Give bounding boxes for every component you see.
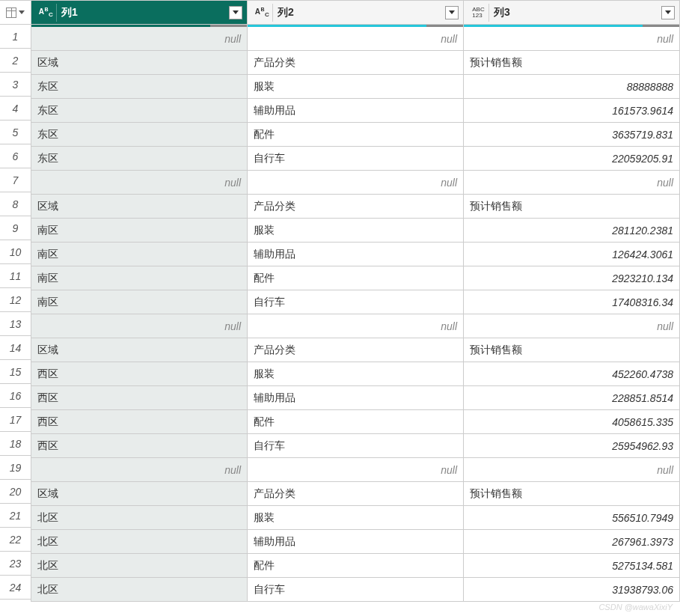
select-all-corner[interactable] bbox=[0, 1, 31, 25]
cell[interactable]: 东区 bbox=[31, 147, 247, 171]
row-number[interactable]: 13 bbox=[0, 312, 31, 336]
cell[interactable]: 南区 bbox=[31, 290, 247, 314]
row-number[interactable]: 14 bbox=[0, 336, 31, 360]
row-number[interactable]: 1 bbox=[0, 25, 31, 49]
cell[interactable]: 辅助用品 bbox=[248, 243, 463, 266]
row-number[interactable]: 9 bbox=[0, 216, 31, 240]
cell[interactable]: 17408316.34 bbox=[464, 290, 679, 314]
cell[interactable]: 东区 bbox=[31, 99, 247, 123]
cell[interactable]: 281120.2381 bbox=[464, 219, 679, 243]
row-number[interactable]: 18 bbox=[0, 432, 31, 456]
cell[interactable]: null bbox=[464, 27, 679, 51]
cell[interactable]: 产品分类 bbox=[248, 195, 463, 219]
cell[interactable]: 2923210.134 bbox=[464, 266, 679, 290]
cell[interactable]: 辅助用品 bbox=[248, 386, 463, 410]
column-filter-button[interactable] bbox=[445, 6, 459, 19]
cell[interactable]: 产品分类 bbox=[248, 338, 463, 362]
cell[interactable]: 配件 bbox=[248, 554, 463, 578]
cell[interactable]: 区域 bbox=[31, 195, 247, 219]
cell[interactable]: null bbox=[31, 27, 247, 51]
column-header[interactable]: ABC列1 bbox=[31, 1, 247, 25]
cell[interactable]: 西区 bbox=[31, 410, 247, 434]
column-filter-button[interactable] bbox=[661, 6, 675, 19]
type-picker[interactable]: ABC bbox=[36, 4, 57, 22]
cell[interactable]: 预计销售额 bbox=[464, 482, 679, 506]
cell[interactable]: null bbox=[248, 171, 463, 195]
row-number[interactable]: 22 bbox=[0, 528, 31, 552]
cell[interactable]: null bbox=[464, 171, 679, 195]
cell[interactable]: 区域 bbox=[31, 482, 247, 506]
cell[interactable]: 88888888 bbox=[464, 75, 679, 99]
row-number[interactable]: 12 bbox=[0, 288, 31, 312]
row-number[interactable]: 3 bbox=[0, 73, 31, 97]
cell[interactable]: 产品分类 bbox=[248, 482, 463, 506]
row-number[interactable]: 11 bbox=[0, 264, 31, 288]
type-picker[interactable]: ABC123 bbox=[468, 4, 489, 22]
cell[interactable]: 5275134.581 bbox=[464, 554, 679, 578]
cell[interactable]: 4058615.335 bbox=[464, 410, 679, 434]
cell[interactable]: null bbox=[248, 27, 463, 51]
cell[interactable]: null bbox=[31, 314, 247, 338]
cell[interactable]: 自行车 bbox=[248, 290, 463, 314]
cell[interactable]: null bbox=[464, 314, 679, 338]
row-number[interactable]: 7 bbox=[0, 168, 31, 192]
cell[interactable]: 区域 bbox=[31, 51, 247, 75]
cell[interactable]: null bbox=[464, 458, 679, 482]
cell[interactable]: 南区 bbox=[31, 219, 247, 243]
cell[interactable]: 556510.7949 bbox=[464, 506, 679, 530]
cell[interactable]: 配件 bbox=[248, 123, 463, 147]
row-number[interactable]: 20 bbox=[0, 480, 31, 504]
column-header[interactable]: ABC列2 bbox=[248, 1, 463, 25]
row-number[interactable]: 6 bbox=[0, 144, 31, 168]
column-header[interactable]: ABC123列3 bbox=[464, 1, 679, 25]
row-number[interactable]: 17 bbox=[0, 408, 31, 432]
row-number[interactable]: 8 bbox=[0, 192, 31, 216]
cell[interactable]: null bbox=[248, 314, 463, 338]
cell[interactable]: 配件 bbox=[248, 410, 463, 434]
cell[interactable]: 161573.9614 bbox=[464, 99, 679, 123]
cell[interactable]: 预计销售额 bbox=[464, 195, 679, 219]
cell[interactable]: 自行车 bbox=[248, 147, 463, 171]
row-number[interactable]: 2 bbox=[0, 49, 31, 73]
cell[interactable]: 西区 bbox=[31, 362, 247, 386]
cell[interactable]: 西区 bbox=[31, 386, 247, 410]
row-number[interactable]: 10 bbox=[0, 240, 31, 264]
type-picker[interactable]: ABC bbox=[252, 4, 273, 22]
cell[interactable]: 北区 bbox=[31, 554, 247, 578]
cell[interactable]: 服装 bbox=[248, 219, 463, 243]
cell[interactable]: 22059205.91 bbox=[464, 147, 679, 171]
cell[interactable]: 267961.3973 bbox=[464, 530, 679, 554]
cell[interactable]: 服装 bbox=[248, 506, 463, 530]
cell[interactable]: 预计销售额 bbox=[464, 338, 679, 362]
cell[interactable]: 辅助用品 bbox=[248, 530, 463, 554]
cell[interactable]: 126424.3061 bbox=[464, 243, 679, 266]
row-number[interactable]: 23 bbox=[0, 552, 31, 576]
cell[interactable]: 31938793.06 bbox=[464, 578, 679, 602]
row-number[interactable]: 21 bbox=[0, 504, 31, 528]
cell[interactable]: 25954962.93 bbox=[464, 434, 679, 458]
cell[interactable]: 辅助用品 bbox=[248, 99, 463, 123]
cell[interactable]: 南区 bbox=[31, 266, 247, 290]
cell[interactable]: 452260.4738 bbox=[464, 362, 679, 386]
cell[interactable]: 北区 bbox=[31, 578, 247, 602]
cell[interactable]: 区域 bbox=[31, 338, 247, 362]
cell[interactable]: 服装 bbox=[248, 75, 463, 99]
row-number[interactable]: 24 bbox=[0, 576, 31, 600]
cell[interactable]: 自行车 bbox=[248, 434, 463, 458]
cell[interactable]: 228851.8514 bbox=[464, 386, 679, 410]
cell[interactable]: 自行车 bbox=[248, 578, 463, 602]
column-filter-button[interactable] bbox=[229, 6, 242, 19]
row-number[interactable]: 19 bbox=[0, 456, 31, 480]
cell[interactable]: 产品分类 bbox=[248, 51, 463, 75]
row-number[interactable]: 16 bbox=[0, 384, 31, 408]
cell[interactable]: null bbox=[248, 458, 463, 482]
cell[interactable]: 西区 bbox=[31, 434, 247, 458]
cell[interactable]: null bbox=[31, 458, 247, 482]
cell[interactable]: 预计销售额 bbox=[464, 51, 679, 75]
row-number[interactable]: 15 bbox=[0, 360, 31, 384]
cell[interactable]: 北区 bbox=[31, 506, 247, 530]
cell[interactable]: 配件 bbox=[248, 266, 463, 290]
cell[interactable]: 东区 bbox=[31, 123, 247, 147]
cell[interactable]: 服装 bbox=[248, 362, 463, 386]
cell[interactable]: 3635719.831 bbox=[464, 123, 679, 147]
